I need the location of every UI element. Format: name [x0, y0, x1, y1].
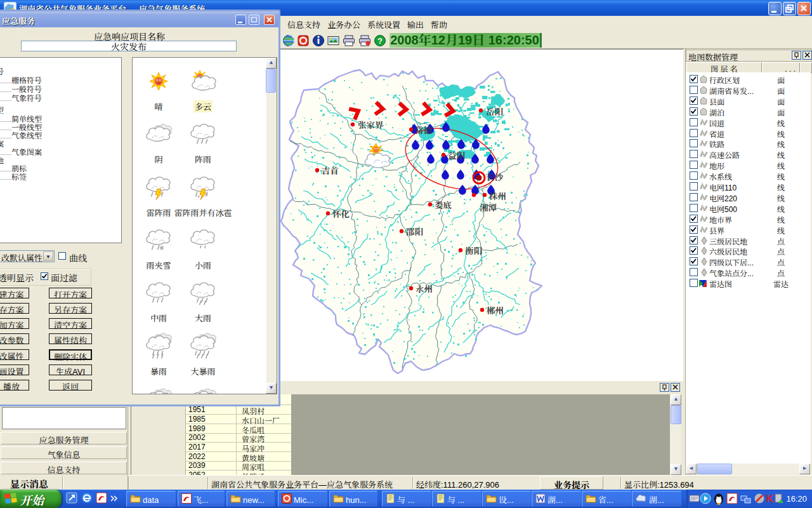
svg-text:常德: 常德: [415, 123, 433, 136]
svg-text:株州: 株州: [489, 189, 506, 202]
svg-text:湘潭: 湘潭: [480, 201, 497, 213]
svg-text:永州: 永州: [416, 282, 433, 295]
svg-text:长沙: 长沙: [486, 170, 504, 183]
svg-text:邵阳: 邵阳: [406, 225, 424, 237]
svg-text:怀化: 怀化: [332, 207, 350, 220]
svg-text:吉首: 吉首: [322, 164, 339, 177]
svg-text:益阳: 益阳: [448, 149, 466, 161]
svg-text:郴州: 郴州: [487, 304, 504, 316]
svg-text:?: ?: [377, 36, 383, 46]
svg-text:衡阳: 衡阳: [465, 244, 483, 257]
svg-text:K: K: [766, 493, 774, 504]
svg-text:张家界: 张家界: [358, 118, 384, 131]
svg-text:娄底: 娄底: [435, 198, 452, 211]
svg-text:岳阳: 岳阳: [486, 105, 504, 117]
